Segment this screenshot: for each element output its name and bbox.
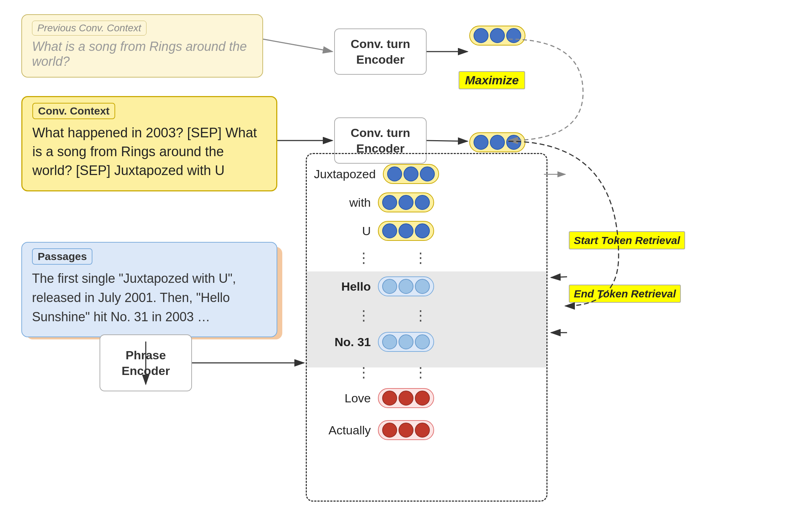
phrase-encoder-label: PhraseEncoder: [122, 347, 170, 379]
c1: [382, 391, 397, 406]
tokens-actually: [378, 420, 434, 440]
c1: [382, 334, 397, 349]
prev-context-label: Previous Conv. Context: [32, 21, 146, 36]
label-u: U: [314, 224, 371, 238]
row-hello: Hello: [314, 276, 434, 296]
conv-context-box: Conv. Context What happened in 2003? [SE…: [21, 96, 277, 191]
row-u: U: [314, 221, 434, 241]
token-container-mid: [469, 132, 525, 152]
circle-2: [490, 28, 505, 43]
c3: [415, 279, 430, 294]
label-hello: Hello: [314, 280, 371, 293]
encoder-top-label: Conv. turnEncoder: [351, 36, 410, 67]
c3: [415, 423, 430, 438]
conv-context-text: What happened in 2003? [SEP] What is a s…: [32, 123, 266, 180]
prev-context-text: What is a song from Rings around the wor…: [32, 39, 252, 69]
c2: [404, 166, 418, 181]
label-actually: Actually: [314, 423, 371, 437]
label-with: with: [314, 196, 371, 210]
c1: [382, 279, 397, 294]
row-actually: Actually: [314, 420, 434, 440]
dashed-rect: Juxtapozed with U: [306, 153, 547, 502]
c2: [399, 195, 413, 210]
c2: [399, 334, 413, 349]
c2: [399, 391, 413, 406]
c3: [415, 334, 430, 349]
maximize-label: Maximize: [459, 71, 525, 89]
end-token-label: End Token Retrieval: [569, 285, 681, 303]
c1: [382, 423, 397, 438]
tokens-juxtapozed: [383, 164, 439, 184]
label-no31: No. 31: [314, 335, 371, 349]
encoder-mid-label: Conv. turnEncoder: [351, 125, 410, 156]
top-tokens-mid: [469, 132, 525, 152]
circle-mid-3: [506, 135, 521, 150]
row-juxtapozed: Juxtapozed: [314, 164, 439, 184]
token-container-dark-top: [469, 26, 525, 46]
row-dots-3: ⋮ ⋮: [314, 364, 428, 380]
circle-1: [474, 28, 488, 43]
dots-1b: ⋮: [413, 249, 428, 266]
passages-label: Passages: [32, 248, 92, 265]
passages-text: The first single "Juxtapozed with U", re…: [32, 269, 267, 327]
c2: [399, 279, 413, 294]
dots-2: ⋮: [314, 307, 371, 323]
row-with: with: [314, 192, 434, 212]
label-juxtapozed: Juxtapozed: [314, 167, 376, 181]
svg-line-3: [263, 39, 332, 52]
circle-mid-1: [474, 135, 488, 150]
top-tokens-dark: [469, 26, 525, 46]
conv-context-label: Conv. Context: [32, 103, 115, 119]
row-love: Love: [314, 388, 434, 408]
c3: [420, 166, 435, 181]
c1: [382, 223, 397, 238]
circle-mid-2: [490, 135, 505, 150]
prev-context-box: Previous Conv. Context What is a song fr…: [21, 14, 263, 78]
c2: [399, 423, 413, 438]
svg-line-6: [427, 141, 468, 141]
dots-1: ⋮: [314, 249, 371, 266]
label-love: Love: [314, 391, 371, 405]
tokens-hello: [378, 276, 434, 296]
phrase-encoder-box: PhraseEncoder: [100, 334, 192, 391]
c3: [415, 223, 430, 238]
c3: [415, 391, 430, 406]
tokens-love: [378, 388, 434, 408]
circle-3: [506, 28, 521, 43]
row-dots-1: ⋮ ⋮: [314, 249, 428, 266]
dots-3: ⋮: [314, 364, 371, 380]
row-no31: No. 31: [314, 332, 434, 352]
encoder-top: Conv. turnEncoder: [334, 28, 427, 75]
passages-box: Passages The first single "Juxtapozed wi…: [21, 242, 277, 337]
row-dots-2: ⋮ ⋮: [314, 307, 428, 323]
tokens-u: [378, 221, 434, 241]
passages-outer: Passages The first single "Juxtapozed wi…: [21, 242, 277, 337]
tokens-with: [378, 192, 434, 212]
diagram-container: Previous Conv. Context What is a song fr…: [0, 0, 812, 513]
start-token-label: Start Token Retrieval: [569, 231, 685, 249]
svg-line-9: [551, 277, 567, 277]
dots-3b: ⋮: [413, 364, 428, 380]
c2: [399, 223, 413, 238]
dots-2b: ⋮: [413, 307, 428, 323]
c1: [382, 195, 397, 210]
c1: [387, 166, 402, 181]
tokens-no31: [378, 332, 434, 352]
c3: [415, 195, 430, 210]
